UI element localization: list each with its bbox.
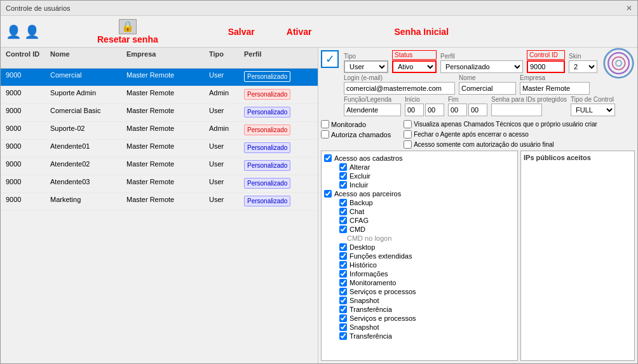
- cell-control-id: 9000: [3, 194, 48, 209]
- tipo-control-select[interactable]: FULL: [571, 104, 615, 116]
- fechar-agente-check[interactable]: [404, 130, 412, 138]
- cell-tipo: User: [207, 194, 241, 209]
- permission-checkbox[interactable]: [339, 279, 347, 286]
- permission-item[interactable]: CMD: [324, 225, 515, 234]
- permission-checkbox[interactable]: [339, 270, 347, 278]
- permission-item[interactable]: Informações: [324, 269, 515, 278]
- permission-item[interactable]: Incluir: [324, 180, 515, 189]
- permission-checkbox[interactable]: [324, 154, 332, 162]
- left-checkboxes: Monitorado Autoriza chamados: [321, 120, 391, 149]
- fim-h-input[interactable]: [448, 104, 467, 116]
- cell-nome: Comercial: [48, 70, 124, 84]
- fim-m-input[interactable]: [468, 104, 487, 116]
- permission-item[interactable]: CFAG: [324, 216, 515, 225]
- funcao-input[interactable]: [344, 104, 401, 116]
- permission-checkbox[interactable]: [339, 181, 347, 189]
- permission-checkbox[interactable]: [339, 172, 347, 180]
- add-user-icon[interactable]: 👤: [6, 24, 22, 39]
- permission-checkbox[interactable]: [339, 297, 347, 304]
- permission-checkbox[interactable]: [339, 332, 347, 340]
- monitorado-checkbox[interactable]: Monitorado: [321, 120, 391, 128]
- monitorado-check[interactable]: [321, 120, 329, 128]
- permission-checkbox[interactable]: [339, 199, 347, 206]
- permission-item[interactable]: Serviços e processos: [324, 314, 515, 323]
- permission-item[interactable]: Histórico: [324, 260, 515, 269]
- save-button[interactable]: Salvar: [228, 27, 255, 37]
- permission-checkbox[interactable]: [339, 226, 347, 233]
- table-row[interactable]: 9000 Atendente02 Master Remote User Pers…: [1, 158, 318, 175]
- visualiza-checkbox[interactable]: Visualiza apenas Chamados Técnicos que o…: [404, 120, 597, 128]
- senha-ids-input[interactable]: [491, 104, 542, 116]
- table-row[interactable]: 9000 Marketing Master Remote User Person…: [1, 193, 318, 211]
- cell-control-id: 9000: [3, 123, 48, 138]
- acesso-autorizacao-check[interactable]: [404, 140, 412, 149]
- cell-tipo: User: [207, 70, 241, 84]
- main-checkbox[interactable]: ✓: [321, 50, 339, 68]
- permission-item[interactable]: CMD no logon: [324, 234, 515, 243]
- autoriza-chamados-checkbox[interactable]: Autoriza chamados: [321, 130, 391, 138]
- permission-checkbox[interactable]: [339, 288, 347, 295]
- permission-item[interactable]: Snapshot: [324, 323, 515, 332]
- permission-checkbox[interactable]: [324, 190, 332, 198]
- permission-item[interactable]: Backup: [324, 198, 515, 207]
- permission-item[interactable]: Transferência: [324, 305, 515, 314]
- permission-label: Acesso aos parceiros: [334, 190, 401, 198]
- cell-empresa: Master Remote: [124, 88, 207, 102]
- inicio-h-input[interactable]: [405, 104, 424, 116]
- reset-password-button[interactable]: 🔒 Resetar senha: [97, 19, 158, 44]
- autoriza-chamados-check[interactable]: [321, 130, 329, 138]
- permission-checkbox[interactable]: [339, 252, 347, 260]
- cell-nome: Atendente02: [48, 159, 124, 173]
- cell-tipo: Admin: [207, 123, 241, 138]
- table-row[interactable]: 9000 Atendente03 Master Remote User Pers…: [1, 175, 318, 193]
- login-input[interactable]: [344, 82, 455, 95]
- fechar-agente-label: Fechar o Agente após encerrar o acesso: [414, 131, 529, 138]
- permission-checkbox[interactable]: [339, 217, 347, 224]
- status-select[interactable]: Ativo Inativo: [392, 60, 437, 73]
- permission-checkbox[interactable]: [339, 163, 347, 171]
- permission-label: Informações: [350, 270, 388, 278]
- permission-checkbox[interactable]: [339, 306, 347, 313]
- permission-item[interactable]: Snapshot: [324, 296, 515, 305]
- permission-item[interactable]: Acesso aos parceiros: [324, 189, 515, 198]
- table-row[interactable]: 9000 Suporte Admin Master Remote Admin P…: [1, 86, 318, 104]
- permission-checkbox[interactable]: [339, 243, 347, 251]
- empresa-input[interactable]: [520, 82, 590, 95]
- table-row[interactable]: 9000 Atendente01 Master Remote User Pers…: [1, 140, 318, 158]
- permission-item[interactable]: Chat: [324, 207, 515, 216]
- permission-label: Funções extendidas: [350, 252, 412, 260]
- permission-checkbox[interactable]: [339, 323, 347, 331]
- cell-nome: Atendente01: [48, 141, 124, 156]
- close-button[interactable]: ✕: [626, 4, 632, 13]
- permission-item[interactable]: Funções extendidas: [324, 252, 515, 260]
- permission-checkbox[interactable]: [339, 261, 347, 269]
- skin-select[interactable]: 2 1: [569, 60, 597, 73]
- permission-item[interactable]: Serviços e processos: [324, 287, 515, 296]
- tipo-select[interactable]: User Admin: [344, 60, 388, 73]
- visualiza-check[interactable]: [404, 120, 412, 128]
- permission-item[interactable]: Alterar: [324, 163, 515, 172]
- fechar-agente-checkbox[interactable]: Fechar o Agente após encerrar o acesso: [404, 130, 597, 138]
- nome-input[interactable]: [459, 82, 516, 95]
- activate-button[interactable]: Ativar: [287, 27, 312, 37]
- table-row[interactable]: 9000 Comercial Basic Master Remote User …: [1, 104, 318, 122]
- permissions-tree[interactable]: Acesso aos cadastros Alterar Excluir Inc…: [321, 151, 518, 361]
- permission-item[interactable]: Monitoramento: [324, 278, 515, 287]
- permission-item[interactable]: Acesso aos cadastros: [324, 154, 515, 163]
- initial-password-button[interactable]: Senha Inicial: [394, 27, 449, 37]
- tipo-control-field-group: Tipo de Control FULL: [571, 96, 615, 116]
- acesso-autorizacao-checkbox[interactable]: Acesso somente com autorização do usuári…: [404, 140, 597, 149]
- permission-item[interactable]: Desktop: [324, 243, 515, 252]
- permission-checkbox[interactable]: [339, 208, 347, 215]
- permission-item[interactable]: Excluir: [324, 172, 515, 180]
- checkboxes-section: Monitorado Autoriza chamados Visualiza a…: [321, 120, 635, 149]
- remove-user-icon[interactable]: 👤: [24, 24, 40, 39]
- permission-checkbox[interactable]: [339, 314, 347, 322]
- permission-item[interactable]: Transferência: [324, 332, 515, 340]
- inicio-m-input[interactable]: [425, 104, 444, 116]
- activate-label: Ativar: [287, 27, 312, 37]
- table-row[interactable]: 9000 Comercial Master Remote User Person…: [1, 69, 318, 86]
- perfil-select[interactable]: Personalizado: [440, 60, 523, 73]
- table-row[interactable]: 9000 Suporte-02 Master Remote Admin Pers…: [1, 122, 318, 140]
- control-id-input[interactable]: 9000: [527, 60, 565, 73]
